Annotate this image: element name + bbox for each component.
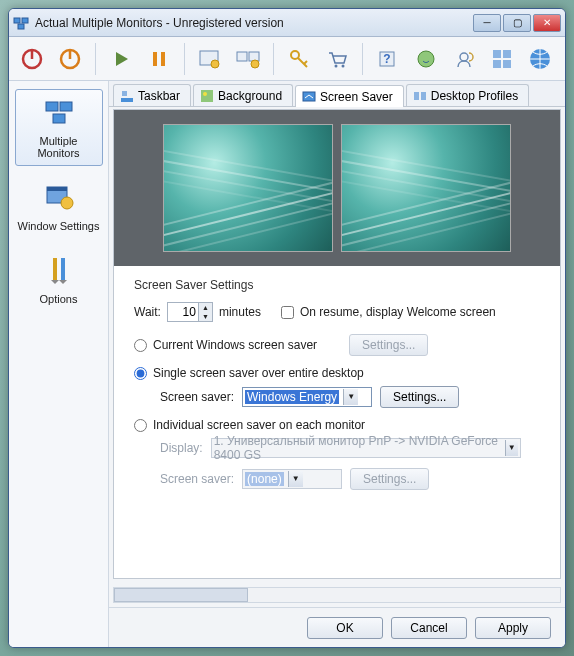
dialog-footer: OK Cancel Apply [109, 607, 565, 647]
cart-button[interactable] [320, 42, 354, 76]
background-icon [200, 89, 214, 103]
radio-single[interactable] [134, 367, 147, 380]
display-value: 1. Универсальный монитор PnP -> NVIDIA G… [214, 434, 501, 462]
display-select[interactable]: 1. Универсальный монитор PnP -> NVIDIA G… [211, 438, 521, 458]
apply-button[interactable]: Apply [475, 617, 551, 639]
key-button[interactable] [282, 42, 316, 76]
svg-rect-0 [14, 18, 20, 23]
sidebar: Multiple Monitors Window Settings Option… [9, 81, 109, 647]
cancel-button[interactable]: Cancel [391, 617, 467, 639]
dropdown-arrow-icon[interactable]: ▼ [505, 440, 518, 456]
svg-rect-29 [46, 102, 58, 111]
pause-button[interactable] [142, 42, 176, 76]
spinner-down-icon[interactable]: ▼ [198, 312, 212, 321]
svg-point-19 [342, 64, 345, 67]
individual-settings-button[interactable]: Settings... [350, 468, 429, 490]
wait-label: Wait: [134, 305, 161, 319]
tab-label: Screen Saver [320, 90, 393, 104]
svg-rect-1 [22, 18, 28, 23]
config-2-button[interactable] [231, 42, 265, 76]
svg-point-15 [291, 51, 299, 59]
monitors-icon [43, 96, 75, 128]
svg-rect-39 [201, 90, 213, 102]
individual-saver-select[interactable]: (none) ▼ [242, 469, 342, 489]
wait-unit: minutes [219, 305, 261, 319]
monitor-preview-area [114, 110, 560, 266]
close-button[interactable]: ✕ [533, 14, 561, 32]
single-saver-value: Windows Energy [245, 390, 339, 404]
svg-rect-35 [53, 258, 57, 280]
sidebar-item-multiple-monitors[interactable]: Multiple Monitors [15, 89, 103, 166]
radio-individual[interactable] [134, 419, 147, 432]
svg-rect-36 [61, 258, 65, 280]
display-label: Display: [160, 441, 203, 455]
current-settings-button[interactable]: Settings... [349, 334, 428, 356]
svg-rect-26 [493, 60, 501, 68]
svg-rect-30 [60, 102, 72, 111]
screensaver-settings: Screen Saver Settings Wait: ▲ ▼ minutes [114, 266, 560, 512]
app-window: Actual Multiple Monitors - Unregistered … [8, 8, 566, 648]
dropdown-arrow-icon[interactable]: ▼ [288, 471, 303, 487]
svg-rect-41 [303, 92, 315, 101]
feedback-button[interactable] [447, 42, 481, 76]
options-icon [43, 254, 75, 286]
tab-desktop-profiles[interactable]: Desktop Profiles [406, 84, 529, 106]
svg-rect-37 [121, 98, 133, 102]
single-saver-label: Screen saver: [160, 390, 234, 404]
config-1-button[interactable] [193, 42, 227, 76]
radio-current-label: Current Windows screen saver [153, 338, 317, 352]
svg-point-18 [335, 64, 338, 67]
svg-rect-2 [18, 24, 24, 29]
windows-button[interactable] [485, 42, 519, 76]
power-button[interactable] [53, 42, 87, 76]
horizontal-scrollbar[interactable] [113, 587, 561, 603]
svg-rect-33 [47, 187, 67, 191]
window-title: Actual Multiple Monitors - Unregistered … [35, 16, 471, 30]
support-button[interactable] [409, 42, 443, 76]
screensaver-icon [302, 90, 316, 104]
app-icon [13, 15, 29, 31]
power-off-button[interactable] [15, 42, 49, 76]
content-area: Multiple Monitors Window Settings Option… [9, 81, 565, 647]
scrollbar-thumb[interactable] [114, 588, 248, 602]
svg-point-11 [211, 60, 219, 68]
svg-rect-8 [153, 52, 157, 66]
help-button[interactable]: ? [371, 42, 405, 76]
tab-screen-saver[interactable]: Screen Saver [295, 85, 404, 107]
radio-current-windows[interactable] [134, 339, 147, 352]
svg-rect-27 [503, 60, 511, 68]
resume-checkbox[interactable] [281, 306, 294, 319]
main-panel: Taskbar Background Screen Saver Desktop … [109, 81, 565, 647]
dropdown-arrow-icon[interactable]: ▼ [343, 389, 358, 405]
play-button[interactable] [104, 42, 138, 76]
single-saver-select[interactable]: Windows Energy ▼ [242, 387, 372, 407]
svg-marker-7 [116, 52, 128, 66]
tab-panel: Screen Saver Settings Wait: ▲ ▼ minutes [113, 109, 561, 579]
tab-background[interactable]: Background [193, 84, 293, 106]
tab-strip: Taskbar Background Screen Saver Desktop … [109, 81, 565, 107]
sidebar-item-label: Multiple Monitors [18, 135, 100, 159]
window-settings-icon [43, 181, 75, 213]
sidebar-item-options[interactable]: Options [15, 247, 103, 312]
svg-rect-9 [161, 52, 165, 66]
svg-rect-42 [414, 92, 419, 100]
monitor-preview-2 [341, 124, 511, 252]
wait-spinner[interactable]: ▲ ▼ [167, 302, 213, 322]
resume-label: On resume, display Welcome screen [300, 305, 496, 319]
tab-label: Taskbar [138, 89, 180, 103]
svg-rect-31 [53, 114, 65, 123]
tab-taskbar[interactable]: Taskbar [113, 84, 191, 106]
maximize-button[interactable]: ▢ [503, 14, 531, 32]
wait-input[interactable] [168, 303, 198, 321]
spinner-up-icon[interactable]: ▲ [198, 303, 212, 312]
sidebar-item-window-settings[interactable]: Window Settings [15, 174, 103, 239]
svg-point-34 [61, 197, 73, 209]
svg-point-40 [203, 92, 207, 96]
single-settings-button[interactable]: Settings... [380, 386, 459, 408]
individual-saver-value: (none) [245, 472, 284, 486]
svg-rect-38 [122, 91, 127, 96]
ok-button[interactable]: OK [307, 617, 383, 639]
monitor-preview-1 [163, 124, 333, 252]
minimize-button[interactable]: ─ [473, 14, 501, 32]
globe-button[interactable] [523, 42, 557, 76]
